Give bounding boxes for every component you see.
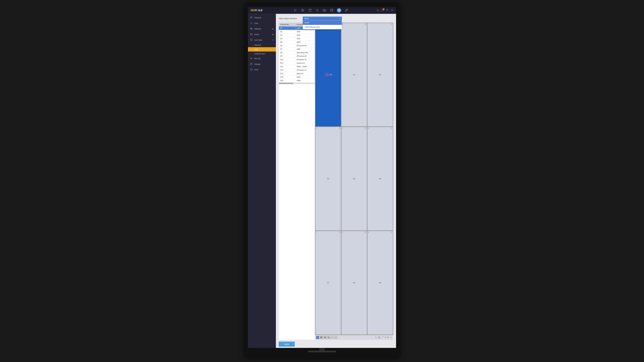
- svg-rect-60: [328, 338, 328, 338]
- topbar-camera-icon[interactable]: [322, 8, 327, 12]
- fullscreen-icon[interactable]: [382, 336, 384, 339]
- camera-table-row[interactable]: D11Camera 01: [279, 61, 315, 65]
- network-arrow-icon: ▶: [272, 28, 274, 30]
- svg-rect-36: [320, 338, 321, 338]
- layout-1x1-btn[interactable]: ▪: [316, 336, 319, 339]
- d5-close-icon[interactable]: ✕: [364, 127, 366, 129]
- layout-5x5-btn[interactable]: ⊞: [331, 336, 334, 339]
- camera-table-row[interactable]: D6IPCamera 06: [279, 44, 315, 47]
- topbar-settings-icon[interactable]: [344, 8, 348, 12]
- sidebar-item-rs232[interactable]: RS-232: [248, 56, 276, 61]
- topbar-network-icon[interactable]: [337, 8, 341, 12]
- camera-no-cell: D9: [279, 54, 295, 58]
- d2-close-icon[interactable]: ✕: [364, 23, 366, 25]
- camera-no-cell: D11: [279, 61, 295, 65]
- svg-rect-46: [325, 338, 326, 338]
- layout-icon[interactable]: [378, 336, 380, 339]
- monitor-neck: [319, 348, 325, 351]
- camera-table-row[interactable]: D22385: [279, 30, 315, 33]
- user-icon: [250, 22, 253, 25]
- video-output-select[interactable]: HDMI: [303, 17, 342, 20]
- apply-button[interactable]: Apply: [279, 342, 295, 347]
- power-icon[interactable]: [391, 9, 393, 12]
- dropdown-option-vga[interactable]: VGA/Channel-Zero: [303, 25, 342, 29]
- camera-table-row[interactable]: D154A25: [279, 75, 315, 79]
- camera-table-row[interactable]: D32432: [279, 33, 315, 37]
- camera-table-row[interactable]: D12Office - Desks: [279, 65, 315, 68]
- camera-name-cell: 4A25: [295, 75, 315, 79]
- d7-label: D7: [327, 282, 330, 284]
- sidebar-item-lv-general[interactable]: General: [248, 43, 276, 47]
- d4-close-icon[interactable]: ✕: [338, 127, 340, 129]
- grid-cell-d7[interactable]: 7 ✕ D7: [315, 231, 341, 335]
- d4-close: ✕: [338, 127, 340, 129]
- grid-cell-d1[interactable]: D1: [315, 23, 341, 127]
- sidebar-item-holiday[interactable]: Holiday: [248, 61, 276, 67]
- layout-4x4-btn[interactable]: [327, 336, 330, 339]
- d3-close-icon[interactable]: ✕: [390, 23, 392, 25]
- camera-name-cell: 2455: [295, 47, 315, 51]
- layout-custom-btn[interactable]: ⊟: [334, 336, 337, 339]
- notification-icon[interactable]: 8: [381, 9, 384, 12]
- sidebar-item-lv-general-label: General: [254, 44, 261, 46]
- sidebar-item-general[interactable]: General: [248, 15, 276, 20]
- camera-table-row[interactable]: D72455: [279, 47, 315, 51]
- sidebar-item-pos[interactable]: POS: [248, 67, 276, 73]
- camera-table-row[interactable]: D52385: [279, 40, 315, 44]
- user-icon[interactable]: [386, 9, 388, 12]
- svg-rect-65: [378, 337, 380, 338]
- svg-rect-55: [328, 338, 328, 338]
- camera-table-row[interactable]: D164A85: [279, 79, 315, 82]
- download-icon[interactable]: [376, 9, 379, 12]
- layout-3x3-btn[interactable]: [324, 336, 326, 339]
- d5-num-left: 5: [342, 127, 343, 129]
- sidebar-item-lv-view[interactable]: View: [248, 47, 276, 51]
- sidebar-item-user[interactable]: User: [248, 20, 276, 26]
- grid-cell-d9[interactable]: 9 ✕ D9: [367, 231, 393, 335]
- d8-close-icon[interactable]: ✕: [364, 231, 366, 233]
- topbar-playback-icon[interactable]: [300, 8, 305, 12]
- camera-no-cell: D1: [279, 26, 295, 30]
- d9-close-icon[interactable]: ✕: [390, 231, 392, 233]
- sidebar-item-event[interactable]: Event ▶: [248, 32, 276, 37]
- holiday-icon: [250, 63, 253, 66]
- d6-close-icon[interactable]: ✕: [390, 127, 392, 129]
- grid-cell-d2[interactable]: 3 ✕ D2: [341, 23, 367, 127]
- sidebar-item-liveview[interactable]: Live View ▼: [248, 37, 276, 43]
- camera-table-row[interactable]: D9IPCamera 09: [279, 54, 315, 58]
- svg-rect-56: [328, 338, 328, 338]
- camera-table-row[interactable]: D8East Wing 4mp: [279, 51, 315, 54]
- topbar-storage-icon[interactable]: [330, 8, 334, 12]
- grid-view: D1 3 ✕ D2: [315, 23, 393, 340]
- topbar-liveview-icon[interactable]: [293, 8, 298, 12]
- camera-table-row[interactable]: D10IPCamera 10: [279, 58, 315, 61]
- topbar-search-icon[interactable]: [315, 8, 320, 12]
- d7-close-icon[interactable]: ✕: [338, 231, 340, 233]
- d2-label: D2: [353, 74, 356, 76]
- main-layout: General User Network ▶: [248, 14, 396, 348]
- topbar-file-icon[interactable]: [308, 8, 312, 12]
- dropdown-option-hdmi[interactable]: HDMI: [303, 20, 342, 25]
- sidebar-item-liveview-label: Live View: [254, 39, 262, 41]
- table-scrollbar[interactable]: [279, 83, 315, 84]
- app-logo: NVR 4.0: [251, 8, 262, 12]
- layout-2x2-btn[interactable]: [320, 336, 323, 339]
- grid-cell-d3[interactable]: ✕ D3: [367, 23, 393, 127]
- grid-cell-d6[interactable]: 6 ✕ D6: [367, 127, 393, 231]
- svg-line-69: [382, 338, 382, 338]
- sidebar-item-general-label: General: [254, 17, 261, 19]
- zoom-icon[interactable]: [375, 336, 377, 339]
- camera-table-row[interactable]: D42532: [279, 37, 315, 40]
- camera-table-row[interactable]: D13IPCamera 13: [279, 68, 315, 72]
- grid-cell-d5[interactable]: 5 ✕ D5: [341, 127, 367, 231]
- camera-no-cell: D10: [279, 58, 295, 61]
- grid-cell-d4[interactable]: 4 ✕ D4: [315, 127, 341, 231]
- sidebar-item-lv-channel-zero[interactable]: Channel-Zero: [248, 51, 276, 56]
- sidebar-item-network[interactable]: Network ▶: [248, 26, 276, 32]
- grid-cell-d8[interactable]: 8 ✕ D8: [341, 231, 367, 335]
- camera-table-body: D12442D22385D32432D42532D52385D6IPCamera…: [279, 26, 315, 82]
- camera-table-row[interactable]: D14M2014-E: [279, 72, 315, 75]
- d3-label: D3: [379, 74, 382, 76]
- d9-close: ✕: [390, 231, 392, 233]
- next-page-icon[interactable]: [390, 337, 392, 339]
